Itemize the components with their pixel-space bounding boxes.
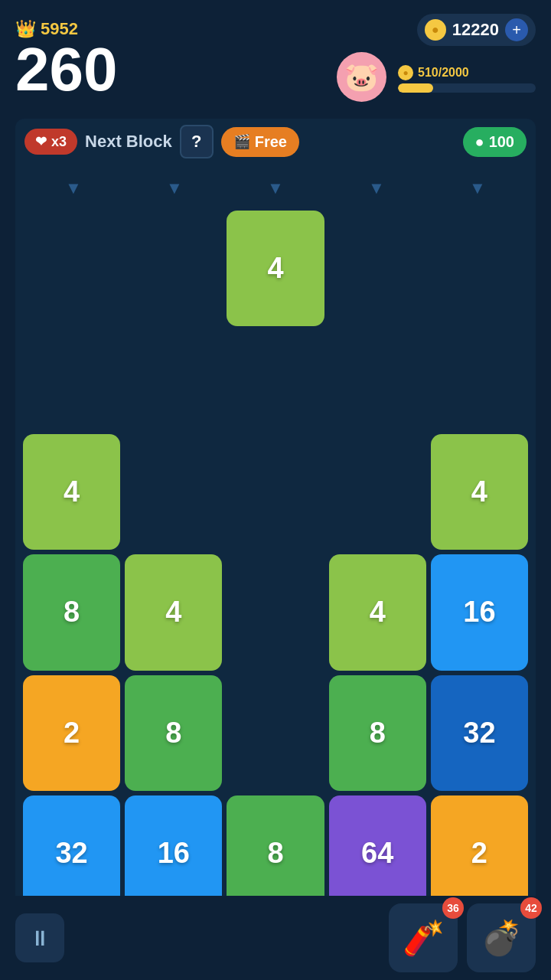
- cell-r3c3: [227, 554, 324, 670]
- cell-r5c2: 16: [125, 795, 222, 911]
- pause-icon: ⏸: [29, 926, 51, 951]
- cell-r2c4: [329, 434, 426, 550]
- drop-arrows: ▼ ▼ ▼ ▼ ▼: [15, 165, 536, 206]
- xp-bar-fill: [398, 83, 433, 93]
- next-block-reveal-button[interactable]: ?: [180, 125, 214, 158]
- xp-value: 510/2000: [418, 66, 469, 80]
- cell-r1c1: [23, 314, 120, 430]
- bottom-bar: ⏸ 🧨 36 💣 42: [0, 896, 551, 980]
- score-section: 👑 5952 260: [15, 19, 117, 100]
- cell-r1c2: [125, 314, 222, 430]
- pause-button[interactable]: ⏸: [15, 913, 64, 962]
- piggy-xp-section: 🐷 ● 510/2000: [337, 52, 536, 106]
- cell-r4c4: 8: [329, 675, 426, 791]
- falling-block: 4: [227, 211, 324, 326]
- cell-r4c3: [227, 675, 324, 791]
- piggy-avatar: 🐷: [337, 52, 390, 106]
- free-button[interactable]: 🎬 Free: [221, 127, 299, 157]
- xp-label: ● 510/2000: [398, 65, 536, 80]
- coins-section: ● 12220 + 🐷 ● 510/2000: [337, 14, 536, 106]
- cell-r1c4: [329, 314, 426, 430]
- xp-coin-icon: ●: [398, 65, 413, 80]
- cell-r2c5: 4: [431, 434, 528, 550]
- game-grid: 4 4 8 4 4 16 2 8 8 32 32 16 8 64 2: [23, 314, 528, 911]
- header-top: 👑 5952 260 ● 12220 + 🐷 ● 510/2000: [15, 14, 536, 106]
- cell-r5c5: 2: [431, 795, 528, 911]
- cell-r2c1: 4: [23, 434, 120, 550]
- free-label: Free: [255, 133, 287, 151]
- rocket-count-badge: 36: [442, 897, 464, 919]
- coin-icon: ●: [425, 19, 446, 41]
- question-icon: ?: [191, 132, 201, 152]
- drop-arrow-col3[interactable]: ▼: [267, 178, 284, 198]
- drop-arrow-col5[interactable]: ▼: [469, 178, 486, 198]
- toolbar: ❤ x3 Next Block ? 🎬 Free ● 100: [15, 119, 536, 165]
- coins-buy-icon: ●: [475, 133, 484, 151]
- main-score-value: 260: [15, 39, 117, 100]
- xp-bar-section: ● 510/2000: [398, 65, 536, 93]
- coins-buy-button[interactable]: ● 100: [463, 127, 527, 157]
- cell-r1c3: [227, 314, 324, 430]
- hearts-button[interactable]: ❤ x3: [24, 129, 77, 155]
- heart-icon: ❤: [35, 133, 47, 150]
- cell-r1c5: [431, 314, 528, 430]
- drop-arrow-col4[interactable]: ▼: [368, 178, 385, 198]
- coin-count: 12220: [452, 20, 499, 40]
- piggy-icon: 🐷: [337, 52, 386, 102]
- cell-r4c5: 32: [431, 675, 528, 791]
- cell-r3c5: 16: [431, 554, 528, 670]
- cell-r2c3: [227, 434, 324, 550]
- bomb-icon: 💣: [481, 918, 523, 958]
- cell-r3c1: 8: [23, 554, 120, 670]
- cell-r2c2: [125, 434, 222, 550]
- bomb-count-badge: 42: [520, 897, 542, 919]
- rocket-icon: 🧨: [403, 918, 445, 958]
- bomb-powerup-button[interactable]: 💣 42: [467, 903, 536, 972]
- hearts-count: x3: [51, 134, 67, 150]
- header: 👑 5952 260 ● 12220 + 🐷 ● 510/2000: [0, 0, 551, 119]
- coins-buy-label: 100: [489, 133, 514, 151]
- add-coins-button[interactable]: +: [505, 18, 528, 41]
- coins-bar: ● 12220 +: [417, 14, 536, 46]
- cell-r4c1: 2: [23, 675, 120, 791]
- falling-block-value: 4: [267, 252, 283, 285]
- cell-r4c2: 8: [125, 675, 222, 791]
- drop-arrow-col2[interactable]: ▼: [166, 178, 183, 198]
- rocket-powerup-button[interactable]: 🧨 36: [389, 903, 458, 972]
- game-area: ▼ ▼ ▼ ▼ ▼ 4 4 4 8 4 4 16 2 8 8 32 32: [15, 165, 536, 919]
- cell-r3c4: 4: [329, 554, 426, 670]
- cell-r3c2: 4: [125, 554, 222, 670]
- cell-r5c1: 32: [23, 795, 120, 911]
- drop-arrow-col1[interactable]: ▼: [65, 178, 82, 198]
- video-icon: 🎬: [233, 133, 250, 150]
- cell-r5c3: 8: [227, 795, 324, 911]
- xp-bar-background: [398, 83, 536, 93]
- next-block-label: Next Block: [85, 132, 172, 152]
- cell-r5c4: 64: [329, 795, 426, 911]
